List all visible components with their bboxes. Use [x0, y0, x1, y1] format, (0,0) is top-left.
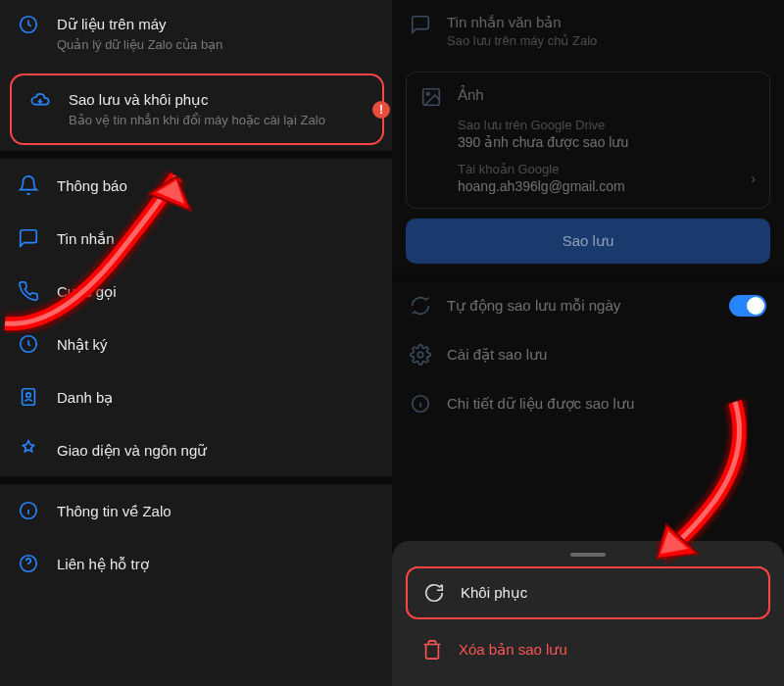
backup-button[interactable]: Sao lưu — [406, 219, 770, 264]
menu-item-title: Giao diện và ngôn ngữ — [57, 440, 207, 461]
menu-item-appearance[interactable]: Giao diện và ngôn ngữ — [0, 423, 392, 476]
support-icon — [18, 553, 39, 574]
menu-item-title: Liên hệ hỗ trợ — [57, 554, 149, 574]
row-subtitle: Sao lưu trên máy chủ Zalo — [447, 33, 766, 48]
menu-item-subtitle: Quản lý dữ liệu Zalo của bạn — [57, 36, 374, 54]
menu-item-title: Thông tin về Zalo — [57, 501, 172, 521]
appearance-icon — [18, 439, 39, 461]
cloud-sync-icon — [29, 89, 51, 111]
account-value: hoang.ah396lg@gmail.com — [458, 178, 751, 194]
menu-item-title: Nhật ký — [57, 334, 108, 355]
google-account-row[interactable]: Tài khoản Google hoang.ah396lg@gmail.com… — [420, 162, 756, 194]
clock-history-icon — [18, 333, 39, 355]
delete-label: Xóa bản sao lưu — [459, 641, 567, 659]
bell-icon — [18, 174, 39, 196]
bottom-sheet: Khôi phục Xóa bản sao lưu — [392, 541, 784, 686]
menu-item-title: Cuộc gọi — [57, 281, 117, 302]
contacts-icon — [18, 386, 39, 408]
row-label: Chi tiết dữ liệu được sao lưu — [447, 395, 766, 413]
grab-handle[interactable] — [570, 553, 606, 557]
image-icon — [420, 86, 442, 108]
restore-icon — [423, 582, 445, 604]
storage-label: Sao lưu trên Google Drive — [458, 118, 756, 132]
toggle-label: Tự động sao lưu mỗi ngày — [447, 297, 713, 315]
menu-item-contacts[interactable]: Danh bạ — [0, 370, 392, 423]
menu-item-data[interactable]: Dữ liệu trên máy Quản lý dữ liệu Zalo củ… — [0, 0, 392, 68]
menu-item-calls[interactable]: Cuộc gọi — [0, 265, 392, 318]
info-icon — [18, 500, 39, 521]
chat-bubble-icon — [410, 14, 431, 35]
backup-detail-panel: Tin nhắn văn bản Sao lưu trên máy chủ Za… — [392, 0, 784, 686]
svg-point-9 — [426, 92, 429, 95]
menu-item-support[interactable]: Liên hệ hỗ trợ — [0, 537, 392, 590]
menu-item-subtitle: Bảo vệ tin nhắn khi đổi máy hoặc cài lại… — [69, 112, 365, 129]
phone-icon — [18, 280, 39, 302]
menu-item-notifications[interactable]: Thông báo — [0, 159, 392, 212]
svg-point-3 — [26, 393, 31, 398]
clock-icon — [18, 14, 39, 35]
menu-item-messages[interactable]: Tin nhắn — [0, 212, 392, 265]
row-label: Cài đặt sao lưu — [447, 346, 766, 364]
photo-backup-card: Ảnh Sao lưu trên Google Drive 390 ảnh ch… — [406, 72, 770, 209]
chevron-right-icon: › — [751, 171, 756, 186]
svg-point-10 — [417, 352, 423, 358]
gear-icon — [410, 344, 431, 366]
row-title: Tin nhắn văn bản — [447, 14, 766, 31]
menu-item-title: Sao lưu và khôi phục — [69, 89, 365, 110]
backup-settings-row[interactable]: Cài đặt sao lưu — [392, 330, 784, 379]
photo-header-label: Ảnh — [458, 86, 484, 104]
text-message-backup-row[interactable]: Tin nhắn văn bản Sao lưu trên máy chủ Za… — [392, 0, 784, 62]
toggle-switch[interactable] — [729, 295, 766, 317]
alert-badge-icon: ! — [372, 101, 390, 119]
photo-card-header: Ảnh — [420, 86, 756, 118]
trash-icon — [421, 639, 443, 661]
restore-button[interactable]: Khôi phục — [406, 566, 770, 619]
settings-menu-panel: Dữ liệu trên máy Quản lý dữ liệu Zalo củ… — [0, 0, 392, 686]
info-icon — [410, 393, 431, 415]
backup-details-row[interactable]: Chi tiết dữ liệu được sao lưu — [392, 379, 784, 428]
menu-item-timeline[interactable]: Nhật ký — [0, 318, 392, 370]
menu-item-title: Thông báo — [57, 175, 127, 196]
menu-item-title: Dữ liệu trên máy — [57, 14, 374, 34]
auto-backup-row[interactable]: Tự động sao lưu mỗi ngày — [392, 281, 784, 330]
highlight-backup-restore: Sao lưu và khôi phục Bảo vệ tin nhắn khi… — [10, 74, 384, 145]
divider — [0, 151, 392, 159]
menu-item-about[interactable]: Thông tin về Zalo — [0, 484, 392, 537]
sync-icon — [410, 295, 431, 317]
divider — [0, 476, 392, 484]
divider — [392, 273, 784, 281]
restore-label: Khôi phục — [461, 584, 527, 602]
storage-value: 390 ảnh chưa được sao lưu — [458, 134, 756, 150]
menu-item-backup[interactable]: Sao lưu và khôi phục Bảo vệ tin nhắn khi… — [12, 75, 382, 143]
chat-icon — [18, 227, 39, 249]
delete-backup-button[interactable]: Xóa bản sao lưu — [406, 627, 770, 672]
menu-item-title: Danh bạ — [57, 387, 113, 408]
menu-item-title: Tin nhắn — [57, 228, 114, 249]
account-label: Tài khoản Google — [458, 162, 751, 176]
